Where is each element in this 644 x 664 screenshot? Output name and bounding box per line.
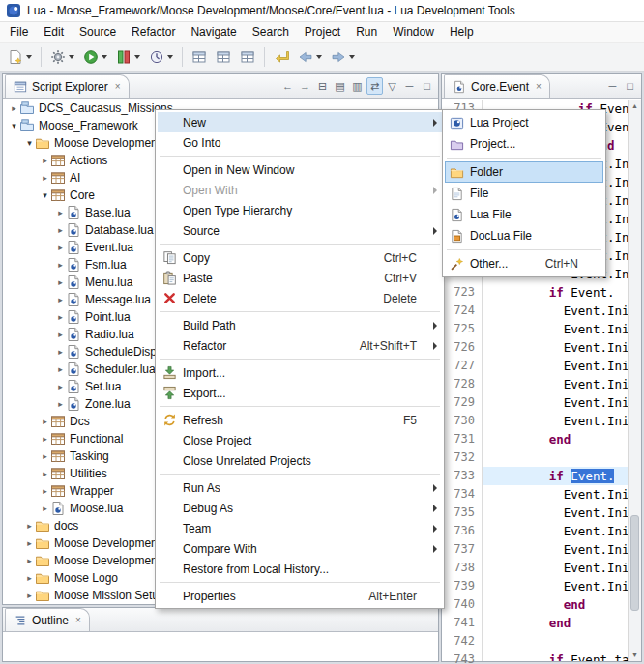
code-line[interactable]: end bbox=[483, 595, 628, 614]
expand-twisty-icon[interactable]: ▸ bbox=[24, 521, 35, 531]
code-line[interactable]: Event.IniDCS bbox=[483, 375, 628, 393]
context-menu-item-build-path[interactable]: Build Path bbox=[158, 315, 442, 335]
view-menu-icon[interactable]: ▽ bbox=[384, 77, 400, 95]
context-menu-item-paste[interactable]: PasteCtrl+V bbox=[158, 268, 442, 288]
code-line[interactable]: if Event.ta bbox=[483, 650, 628, 661]
context-menu-item-refactor[interactable]: RefactorAlt+Shift+T bbox=[158, 335, 442, 356]
maximize-icon[interactable]: □ bbox=[419, 77, 435, 95]
minimize-icon[interactable]: ─ bbox=[401, 77, 418, 95]
menu-navigate[interactable]: Navigate bbox=[183, 23, 244, 41]
menu-edit[interactable]: Edit bbox=[36, 23, 72, 41]
layout-flat-icon[interactable]: ▤ bbox=[332, 77, 348, 95]
context-menu-item-run-as[interactable]: Run As bbox=[158, 477, 442, 498]
context-menu-item-copy[interactable]: CopyCtrl+C bbox=[158, 247, 442, 268]
expand-twisty-icon[interactable]: ▸ bbox=[55, 225, 66, 235]
context-menu-item-open-type-hierarchy[interactable]: Open Type Hierarchy bbox=[158, 200, 442, 220]
expand-twisty-icon[interactable]: ▸ bbox=[55, 382, 66, 391]
context-menu-item-team[interactable]: Team bbox=[158, 518, 442, 538]
context-menu-item-restore-from-local-history[interactable]: Restore from Local History... bbox=[158, 559, 442, 579]
expand-twisty-icon[interactable]: ▸ bbox=[24, 591, 35, 600]
code-line[interactable]: if Event. bbox=[483, 283, 628, 302]
new-submenu-item-lua-file[interactable]: Lua File bbox=[445, 204, 603, 225]
new-wizard-button[interactable] bbox=[4, 45, 36, 69]
scrollbar-thumb[interactable] bbox=[630, 515, 639, 611]
context-menu-item-import[interactable]: Import... bbox=[158, 362, 442, 383]
context-menu-item-refresh[interactable]: RefreshF5 bbox=[158, 410, 442, 430]
expand-twisty-icon[interactable]: ▸ bbox=[55, 295, 66, 304]
run-button[interactable] bbox=[79, 45, 111, 69]
context-menu-item-new[interactable]: New bbox=[158, 112, 442, 132]
tab-core-event[interactable]: Core.Event × bbox=[444, 74, 550, 98]
collapse-all-icon[interactable]: ⊟ bbox=[314, 77, 331, 95]
expand-twisty-icon[interactable]: ▸ bbox=[55, 208, 66, 217]
scroll-down-icon[interactable]: ▼ bbox=[629, 649, 641, 661]
context-menu-item-debug-as[interactable]: Debug As bbox=[158, 498, 442, 518]
menu-file[interactable]: File bbox=[2, 23, 36, 41]
expand-twisty-icon[interactable]: ▸ bbox=[24, 538, 35, 548]
code-line[interactable]: end bbox=[483, 614, 628, 632]
close-tab-icon[interactable]: × bbox=[115, 81, 121, 92]
code-line[interactable]: Event.IniDCS bbox=[483, 504, 628, 522]
code-line[interactable]: Event.IniDCS bbox=[483, 540, 628, 559]
new-submenu-item-lua-project[interactable]: Lua Project bbox=[445, 112, 603, 133]
collapse-twisty-icon[interactable]: ▾ bbox=[40, 190, 50, 200]
forward-button[interactable] bbox=[327, 45, 359, 69]
layout-hierarchical-icon[interactable]: ▥ bbox=[349, 77, 366, 95]
menu-window[interactable]: Window bbox=[385, 23, 442, 41]
back-icon[interactable]: ← bbox=[279, 77, 296, 95]
context-menu-item-properties[interactable]: PropertiesAlt+Enter bbox=[158, 586, 442, 606]
code-line[interactable]: end bbox=[483, 430, 628, 448]
expand-twisty-icon[interactable]: ▸ bbox=[55, 399, 66, 409]
external-tools-button[interactable] bbox=[46, 45, 78, 69]
expand-twisty-icon[interactable]: ▸ bbox=[55, 243, 66, 252]
grid-view-1-button[interactable] bbox=[188, 45, 211, 69]
expand-twisty-icon[interactable]: ▸ bbox=[40, 451, 50, 461]
expand-twisty-icon[interactable]: ▸ bbox=[55, 347, 66, 357]
code-line[interactable]: Event.IniDCS bbox=[483, 338, 628, 357]
collapse-twisty-icon[interactable]: ▾ bbox=[24, 138, 35, 148]
editor-scrollbar[interactable]: ▲ ▼ bbox=[628, 100, 641, 661]
code-line[interactable]: Event.IniDCS bbox=[483, 320, 628, 338]
collapse-twisty-icon[interactable]: ▾ bbox=[9, 121, 19, 130]
code-line[interactable] bbox=[483, 448, 628, 467]
menu-run[interactable]: Run bbox=[348, 23, 385, 41]
menu-source[interactable]: Source bbox=[72, 23, 124, 41]
context-menu-item-delete[interactable]: DeleteDelete bbox=[158, 288, 442, 308]
link-with-editor-icon[interactable]: ⇄ bbox=[366, 77, 383, 95]
expand-twisty-icon[interactable]: ▸ bbox=[40, 486, 50, 496]
expand-twisty-icon[interactable]: ▸ bbox=[55, 277, 66, 287]
context-menu-item-open-in-new-window[interactable]: Open in New Window bbox=[158, 159, 442, 180]
expand-twisty-icon[interactable]: ▸ bbox=[40, 434, 50, 444]
code-line[interactable]: Event.IniDCS bbox=[483, 522, 628, 540]
tab-script-explorer[interactable]: Script Explorer × bbox=[5, 74, 130, 98]
expand-twisty-icon[interactable]: ▸ bbox=[40, 173, 50, 183]
scroll-up-icon[interactable]: ▲ bbox=[629, 100, 641, 112]
context-menu-item-compare-with[interactable]: Compare With bbox=[158, 538, 442, 559]
code-line[interactable] bbox=[483, 632, 628, 650]
context-menu-item-close-project[interactable]: Close Project bbox=[158, 430, 442, 450]
context-menu-item-open-with[interactable]: Open With bbox=[158, 180, 442, 200]
expand-twisty-icon[interactable]: ▸ bbox=[40, 156, 50, 165]
grid-view-2-button[interactable] bbox=[212, 45, 235, 69]
context-menu-item-export[interactable]: Export... bbox=[158, 383, 442, 403]
coverage-button[interactable] bbox=[112, 45, 144, 69]
new-submenu-item-folder[interactable]: Folder bbox=[445, 161, 603, 183]
menu-refactor[interactable]: Refactor bbox=[124, 23, 183, 41]
code-line[interactable]: Event.IniDCS bbox=[483, 302, 628, 320]
new-submenu-item-project[interactable]: Project... bbox=[445, 133, 603, 155]
close-tab-icon[interactable]: × bbox=[75, 615, 81, 625]
close-tab-icon[interactable]: × bbox=[536, 81, 542, 92]
expand-twisty-icon[interactable]: ▸ bbox=[40, 469, 50, 478]
last-edit-location-button[interactable] bbox=[270, 45, 293, 69]
profile-button[interactable] bbox=[145, 45, 177, 69]
grid-view-3-button[interactable] bbox=[236, 45, 259, 69]
new-submenu-item-file[interactable]: File bbox=[445, 183, 603, 204]
expand-twisty-icon[interactable]: ▸ bbox=[55, 260, 66, 270]
new-submenu-item-doclua-file[interactable]: DocLua File bbox=[445, 225, 603, 246]
forward-icon[interactable]: → bbox=[297, 77, 313, 95]
expand-twisty-icon[interactable]: ▸ bbox=[55, 364, 66, 374]
expand-twisty-icon[interactable]: ▸ bbox=[24, 573, 35, 583]
code-line[interactable]: Event.IniDCS bbox=[483, 412, 628, 430]
expand-twisty-icon[interactable]: ▸ bbox=[55, 312, 66, 322]
expand-twisty-icon[interactable]: ▸ bbox=[40, 504, 50, 513]
